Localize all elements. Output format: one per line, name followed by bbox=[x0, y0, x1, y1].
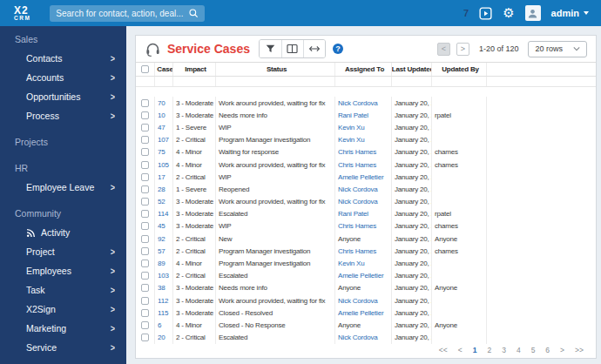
case-number-link[interactable]: 17 bbox=[158, 173, 165, 181]
row-checkbox[interactable] bbox=[141, 198, 149, 206]
search-icon[interactable] bbox=[188, 8, 199, 18]
filter-cell[interactable] bbox=[432, 77, 487, 86]
assigned-to-link[interactable]: Chris Hames bbox=[338, 247, 376, 255]
next-page-button[interactable]: > bbox=[560, 346, 564, 354]
page-button-6[interactable]: 6 bbox=[545, 346, 550, 354]
assigned-to-link[interactable]: Nick Cordova bbox=[338, 185, 378, 193]
assigned-to-link[interactable]: Nick Cordova bbox=[338, 334, 378, 341]
assigned-to-link[interactable]: Chris Hames bbox=[338, 222, 376, 230]
assigned-to-link[interactable]: Kevin Xu bbox=[338, 124, 364, 131]
filter-cell[interactable] bbox=[155, 77, 173, 86]
sidebar-item-contacts[interactable]: Contacts> bbox=[0, 49, 126, 68]
sidebar-item-process[interactable]: Process> bbox=[0, 106, 126, 125]
prev-page-button[interactable]: < bbox=[437, 43, 450, 56]
row-checkbox[interactable] bbox=[141, 136, 149, 144]
row-checkbox[interactable] bbox=[141, 222, 149, 230]
sidebar-item-accounts[interactable]: Accounts> bbox=[0, 68, 126, 87]
column-header-status[interactable]: Status bbox=[216, 63, 335, 76]
filter-button[interactable] bbox=[260, 40, 281, 57]
resize-button[interactable] bbox=[303, 40, 325, 57]
column-header-updated-by[interactable]: Updated By bbox=[432, 63, 487, 76]
global-search[interactable] bbox=[50, 5, 205, 22]
case-number-link[interactable]: 47 bbox=[158, 124, 165, 131]
column-header-assigned-to[interactable]: Assigned To bbox=[335, 63, 392, 76]
case-number-link[interactable]: 6 bbox=[158, 321, 161, 329]
row-checkbox[interactable] bbox=[141, 321, 149, 329]
row-checkbox[interactable] bbox=[141, 309, 149, 317]
page-button-3[interactable]: 3 bbox=[502, 346, 506, 354]
case-number-link[interactable]: 107 bbox=[158, 136, 169, 144]
row-checkbox[interactable] bbox=[141, 161, 149, 169]
assigned-to-link[interactable]: Kevin Xu bbox=[338, 136, 364, 144]
sidebar-item-employees[interactable]: Employees> bbox=[0, 261, 126, 280]
row-checkbox[interactable] bbox=[141, 297, 149, 305]
case-number-link[interactable]: 103 bbox=[158, 272, 169, 280]
filter-cell[interactable] bbox=[392, 77, 432, 86]
assigned-to-link[interactable]: Amelie Pelletier bbox=[338, 272, 383, 280]
row-checkbox[interactable] bbox=[141, 235, 149, 243]
column-header-case[interactable]: Case bbox=[155, 63, 173, 76]
case-number-link[interactable]: 105 bbox=[158, 161, 169, 169]
assigned-to-link[interactable]: Chris Hames bbox=[338, 148, 376, 156]
column-header-last-updated[interactable]: Last Updated bbox=[392, 63, 432, 76]
filter-cell[interactable] bbox=[335, 77, 392, 86]
page-button-4[interactable]: 4 bbox=[517, 346, 521, 354]
x2crm-logo[interactable]: X2 CRM bbox=[14, 5, 30, 22]
row-checkbox[interactable] bbox=[141, 260, 149, 267]
row-checkbox[interactable] bbox=[141, 284, 149, 292]
columns-button[interactable] bbox=[281, 40, 303, 57]
row-checkbox[interactable] bbox=[141, 272, 149, 280]
prev-page-button[interactable]: < bbox=[458, 346, 463, 354]
page-button-5[interactable]: 5 bbox=[531, 346, 536, 354]
filter-cell[interactable] bbox=[487, 77, 596, 86]
filter-cell[interactable] bbox=[216, 77, 335, 86]
assigned-to-link[interactable]: Chris Hames bbox=[338, 161, 376, 169]
sidebar-item-task[interactable]: Task> bbox=[0, 280, 126, 300]
sidebar-item-project[interactable]: Project> bbox=[0, 242, 126, 261]
assigned-to-link[interactable]: Rani Patel bbox=[338, 111, 368, 119]
row-checkbox[interactable] bbox=[141, 247, 149, 255]
column-header-impact[interactable]: Impact bbox=[173, 63, 216, 76]
row-checkbox[interactable] bbox=[141, 111, 149, 119]
row-checkbox[interactable] bbox=[141, 124, 149, 131]
page-button-1[interactable]: 1 bbox=[473, 346, 477, 354]
user-menu[interactable]: admin bbox=[551, 8, 589, 18]
row-checkbox[interactable] bbox=[141, 99, 149, 107]
row-checkbox[interactable] bbox=[141, 334, 149, 341]
page-button-2[interactable]: 2 bbox=[487, 346, 491, 354]
row-checkbox[interactable] bbox=[141, 173, 149, 181]
last-page-button[interactable]: >> bbox=[575, 346, 584, 354]
select-all-checkbox[interactable] bbox=[141, 65, 149, 73]
row-checkbox[interactable] bbox=[141, 210, 149, 218]
sidebar-item-opportunities[interactable]: Opportunities> bbox=[0, 87, 126, 106]
assigned-to-link[interactable]: Rani Patel bbox=[338, 210, 368, 218]
row-checkbox[interactable] bbox=[141, 148, 149, 156]
notification-count[interactable]: 7 bbox=[463, 8, 469, 18]
sidebar-item-x2sign[interactable]: X2Sign> bbox=[0, 300, 126, 319]
sidebar-item-marketing[interactable]: Marketing> bbox=[0, 319, 126, 338]
case-number-link[interactable]: 28 bbox=[158, 185, 165, 193]
sidebar-item-service[interactable]: Service> bbox=[0, 338, 126, 357]
gear-icon[interactable]: ⚙ bbox=[503, 7, 514, 20]
search-input[interactable] bbox=[56, 9, 188, 18]
assigned-to-link[interactable]: Kevin Xu bbox=[338, 260, 364, 267]
filter-cell[interactable] bbox=[173, 77, 216, 86]
assigned-to-link[interactable]: Amelie Pelletier bbox=[338, 309, 383, 317]
case-number-link[interactable]: 52 bbox=[158, 198, 165, 206]
help-icon[interactable]: ? bbox=[333, 44, 343, 54]
case-number-link[interactable]: 92 bbox=[158, 235, 165, 243]
case-number-link[interactable]: 112 bbox=[158, 297, 168, 305]
case-number-link[interactable]: 115 bbox=[158, 309, 168, 317]
case-number-link[interactable]: 57 bbox=[158, 247, 165, 255]
assigned-to-link[interactable]: Nick Cordova bbox=[338, 99, 378, 107]
case-number-link[interactable]: 10 bbox=[158, 111, 165, 119]
case-number-link[interactable]: 70 bbox=[158, 99, 165, 107]
avatar[interactable] bbox=[525, 5, 541, 21]
first-page-button[interactable]: << bbox=[439, 346, 448, 354]
assigned-to-link[interactable]: Amelie Pelletier bbox=[338, 173, 383, 181]
row-checkbox[interactable] bbox=[141, 185, 149, 193]
case-number-link[interactable]: 20 bbox=[158, 334, 165, 341]
assigned-to-link[interactable]: Nick Cordova bbox=[338, 297, 378, 305]
next-page-button[interactable]: > bbox=[456, 43, 469, 56]
sidebar-item-activity[interactable]: Activity bbox=[0, 223, 126, 242]
